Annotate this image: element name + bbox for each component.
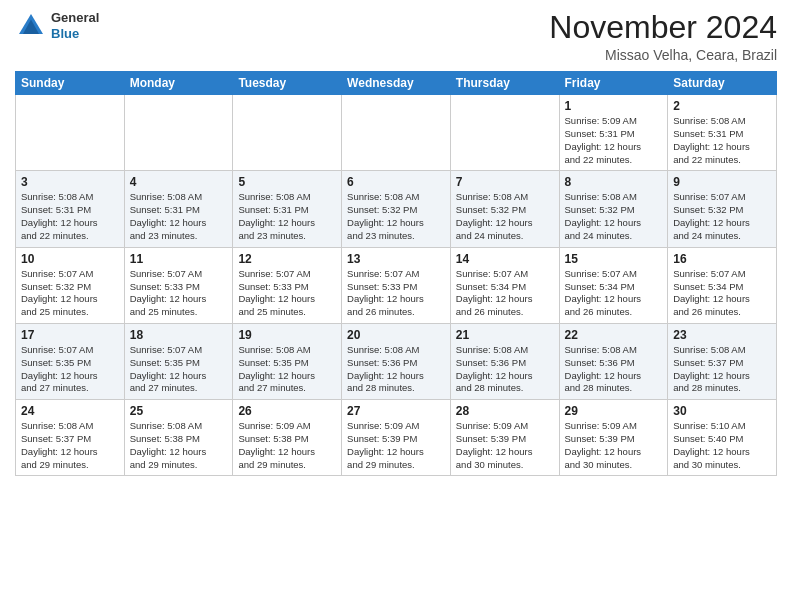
calendar-cell: 17Sunrise: 5:07 AM Sunset: 5:35 PM Dayli… (16, 323, 125, 399)
day-number: 2 (673, 99, 771, 113)
calendar-cell: 4Sunrise: 5:08 AM Sunset: 5:31 PM Daylig… (124, 171, 233, 247)
calendar-week-row: 10Sunrise: 5:07 AM Sunset: 5:32 PM Dayli… (16, 247, 777, 323)
calendar-cell (124, 95, 233, 171)
calendar-cell: 21Sunrise: 5:08 AM Sunset: 5:36 PM Dayli… (450, 323, 559, 399)
logo-blue: Blue (51, 26, 99, 42)
day-info: Sunrise: 5:09 AM Sunset: 5:38 PM Dayligh… (238, 420, 336, 471)
calendar-cell: 8Sunrise: 5:08 AM Sunset: 5:32 PM Daylig… (559, 171, 668, 247)
calendar-cell: 29Sunrise: 5:09 AM Sunset: 5:39 PM Dayli… (559, 400, 668, 476)
day-number: 20 (347, 328, 445, 342)
calendar-cell: 26Sunrise: 5:09 AM Sunset: 5:38 PM Dayli… (233, 400, 342, 476)
day-info: Sunrise: 5:07 AM Sunset: 5:33 PM Dayligh… (347, 268, 445, 319)
day-info: Sunrise: 5:09 AM Sunset: 5:39 PM Dayligh… (456, 420, 554, 471)
calendar-cell: 22Sunrise: 5:08 AM Sunset: 5:36 PM Dayli… (559, 323, 668, 399)
day-number: 28 (456, 404, 554, 418)
day-number: 4 (130, 175, 228, 189)
logo-icon (15, 10, 47, 42)
day-info: Sunrise: 5:08 AM Sunset: 5:32 PM Dayligh… (565, 191, 663, 242)
calendar-header-friday: Friday (559, 72, 668, 95)
calendar-cell: 28Sunrise: 5:09 AM Sunset: 5:39 PM Dayli… (450, 400, 559, 476)
calendar-week-row: 24Sunrise: 5:08 AM Sunset: 5:37 PM Dayli… (16, 400, 777, 476)
day-number: 29 (565, 404, 663, 418)
calendar-cell: 2Sunrise: 5:08 AM Sunset: 5:31 PM Daylig… (668, 95, 777, 171)
day-info: Sunrise: 5:09 AM Sunset: 5:39 PM Dayligh… (347, 420, 445, 471)
day-number: 5 (238, 175, 336, 189)
day-number: 7 (456, 175, 554, 189)
day-number: 3 (21, 175, 119, 189)
calendar-cell: 7Sunrise: 5:08 AM Sunset: 5:32 PM Daylig… (450, 171, 559, 247)
calendar-cell: 20Sunrise: 5:08 AM Sunset: 5:36 PM Dayli… (342, 323, 451, 399)
calendar-cell: 30Sunrise: 5:10 AM Sunset: 5:40 PM Dayli… (668, 400, 777, 476)
day-number: 17 (21, 328, 119, 342)
day-number: 19 (238, 328, 336, 342)
day-info: Sunrise: 5:08 AM Sunset: 5:38 PM Dayligh… (130, 420, 228, 471)
calendar-cell: 9Sunrise: 5:07 AM Sunset: 5:32 PM Daylig… (668, 171, 777, 247)
page-container: General Blue November 2024 Missao Velha,… (0, 0, 792, 484)
calendar-cell (16, 95, 125, 171)
day-number: 10 (21, 252, 119, 266)
day-info: Sunrise: 5:08 AM Sunset: 5:36 PM Dayligh… (347, 344, 445, 395)
day-info: Sunrise: 5:07 AM Sunset: 5:32 PM Dayligh… (21, 268, 119, 319)
calendar-week-row: 3Sunrise: 5:08 AM Sunset: 5:31 PM Daylig… (16, 171, 777, 247)
day-info: Sunrise: 5:09 AM Sunset: 5:39 PM Dayligh… (565, 420, 663, 471)
day-number: 22 (565, 328, 663, 342)
calendar-cell (342, 95, 451, 171)
day-number: 15 (565, 252, 663, 266)
calendar-week-row: 1Sunrise: 5:09 AM Sunset: 5:31 PM Daylig… (16, 95, 777, 171)
calendar-cell: 11Sunrise: 5:07 AM Sunset: 5:33 PM Dayli… (124, 247, 233, 323)
day-number: 13 (347, 252, 445, 266)
calendar-cell (450, 95, 559, 171)
day-number: 23 (673, 328, 771, 342)
title-area: November 2024 Missao Velha, Ceara, Brazi… (549, 10, 777, 63)
calendar-header-wednesday: Wednesday (342, 72, 451, 95)
calendar-cell: 23Sunrise: 5:08 AM Sunset: 5:37 PM Dayli… (668, 323, 777, 399)
calendar-cell: 24Sunrise: 5:08 AM Sunset: 5:37 PM Dayli… (16, 400, 125, 476)
day-info: Sunrise: 5:08 AM Sunset: 5:31 PM Dayligh… (238, 191, 336, 242)
day-number: 14 (456, 252, 554, 266)
calendar-cell: 27Sunrise: 5:09 AM Sunset: 5:39 PM Dayli… (342, 400, 451, 476)
month-title: November 2024 (549, 10, 777, 45)
day-number: 9 (673, 175, 771, 189)
calendar-week-row: 17Sunrise: 5:07 AM Sunset: 5:35 PM Dayli… (16, 323, 777, 399)
day-info: Sunrise: 5:07 AM Sunset: 5:33 PM Dayligh… (238, 268, 336, 319)
calendar-table: SundayMondayTuesdayWednesdayThursdayFrid… (15, 71, 777, 476)
day-info: Sunrise: 5:08 AM Sunset: 5:31 PM Dayligh… (673, 115, 771, 166)
calendar-cell: 25Sunrise: 5:08 AM Sunset: 5:38 PM Dayli… (124, 400, 233, 476)
calendar-header-saturday: Saturday (668, 72, 777, 95)
day-info: Sunrise: 5:07 AM Sunset: 5:35 PM Dayligh… (21, 344, 119, 395)
day-number: 24 (21, 404, 119, 418)
calendar-cell: 5Sunrise: 5:08 AM Sunset: 5:31 PM Daylig… (233, 171, 342, 247)
calendar-header-row: SundayMondayTuesdayWednesdayThursdayFrid… (16, 72, 777, 95)
day-number: 8 (565, 175, 663, 189)
day-info: Sunrise: 5:07 AM Sunset: 5:34 PM Dayligh… (456, 268, 554, 319)
day-number: 21 (456, 328, 554, 342)
day-info: Sunrise: 5:07 AM Sunset: 5:33 PM Dayligh… (130, 268, 228, 319)
calendar-cell: 14Sunrise: 5:07 AM Sunset: 5:34 PM Dayli… (450, 247, 559, 323)
day-info: Sunrise: 5:08 AM Sunset: 5:32 PM Dayligh… (347, 191, 445, 242)
header: General Blue November 2024 Missao Velha,… (15, 10, 777, 63)
day-info: Sunrise: 5:07 AM Sunset: 5:32 PM Dayligh… (673, 191, 771, 242)
day-number: 25 (130, 404, 228, 418)
calendar-cell: 6Sunrise: 5:08 AM Sunset: 5:32 PM Daylig… (342, 171, 451, 247)
day-info: Sunrise: 5:07 AM Sunset: 5:34 PM Dayligh… (673, 268, 771, 319)
day-info: Sunrise: 5:08 AM Sunset: 5:37 PM Dayligh… (673, 344, 771, 395)
day-number: 6 (347, 175, 445, 189)
day-number: 26 (238, 404, 336, 418)
logo-text: General Blue (51, 10, 99, 41)
day-info: Sunrise: 5:08 AM Sunset: 5:35 PM Dayligh… (238, 344, 336, 395)
day-info: Sunrise: 5:07 AM Sunset: 5:34 PM Dayligh… (565, 268, 663, 319)
logo: General Blue (15, 10, 99, 42)
day-info: Sunrise: 5:09 AM Sunset: 5:31 PM Dayligh… (565, 115, 663, 166)
calendar-cell: 10Sunrise: 5:07 AM Sunset: 5:32 PM Dayli… (16, 247, 125, 323)
day-info: Sunrise: 5:08 AM Sunset: 5:32 PM Dayligh… (456, 191, 554, 242)
calendar-header-monday: Monday (124, 72, 233, 95)
day-info: Sunrise: 5:10 AM Sunset: 5:40 PM Dayligh… (673, 420, 771, 471)
day-number: 1 (565, 99, 663, 113)
day-info: Sunrise: 5:08 AM Sunset: 5:31 PM Dayligh… (130, 191, 228, 242)
location: Missao Velha, Ceara, Brazil (549, 47, 777, 63)
day-info: Sunrise: 5:08 AM Sunset: 5:36 PM Dayligh… (456, 344, 554, 395)
day-number: 16 (673, 252, 771, 266)
calendar-cell: 19Sunrise: 5:08 AM Sunset: 5:35 PM Dayli… (233, 323, 342, 399)
day-info: Sunrise: 5:08 AM Sunset: 5:31 PM Dayligh… (21, 191, 119, 242)
day-info: Sunrise: 5:08 AM Sunset: 5:36 PM Dayligh… (565, 344, 663, 395)
